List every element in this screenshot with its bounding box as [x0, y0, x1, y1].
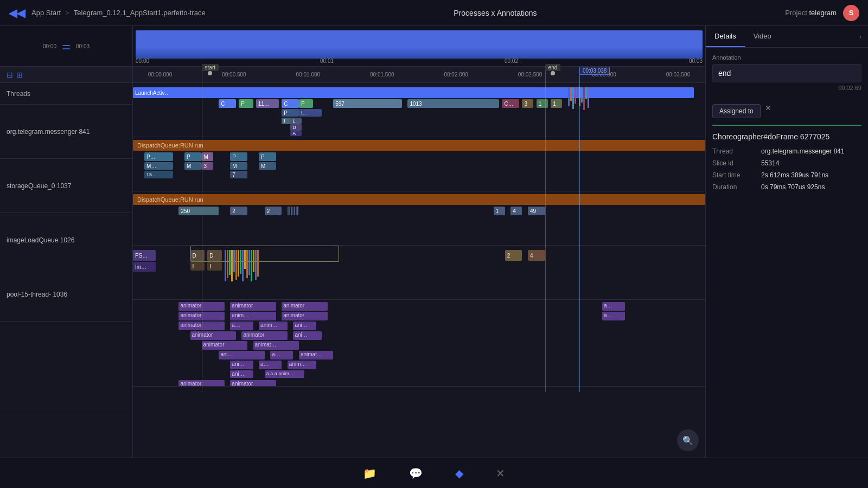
sub-bar-P2[interactable]: P [299, 99, 313, 108]
search-button[interactable]: 🔍 [677, 429, 699, 451]
bottom-layers-icon[interactable]: ◆ [455, 467, 463, 480]
sub-bar-C2[interactable]: C [282, 99, 299, 108]
assigned-to-button[interactable]: Assigned to [712, 104, 761, 118]
tab-video[interactable]: Video [745, 26, 780, 47]
mini-bar-4 [575, 87, 576, 104]
sub-P3[interactable]: P [282, 109, 299, 117]
thread-label-2[interactable]: imageLoadQueue 1026 [0, 213, 132, 267]
anim-5[interactable]: anim… [230, 312, 276, 320]
anim-25[interactable]: animator [230, 380, 276, 387]
bar-C3[interactable]: C… [502, 99, 519, 108]
anim-13[interactable]: ani… [293, 331, 322, 340]
sub-A[interactable]: A [290, 131, 302, 136]
pool-I2[interactable]: I [207, 262, 221, 271]
anim-14[interactable]: animator [202, 341, 247, 350]
img-tick-1 [288, 207, 289, 215]
pool-bar-15 [255, 250, 257, 280]
storage-M5[interactable]: M [259, 162, 276, 170]
pool-PS[interactable]: PS… [133, 250, 156, 261]
detail-row-thread: Thread org.telegram.messenger 841 [712, 147, 861, 155]
anim-r2[interactable]: a… [602, 312, 625, 320]
anim-20[interactable]: a… [259, 361, 282, 369]
end-label: end [545, 64, 561, 71]
breadcrumb-home[interactable]: App Start [31, 9, 61, 17]
pool-D2[interactable]: D [207, 250, 221, 261]
tab-details[interactable]: Details [706, 26, 745, 47]
thread-label-1[interactable]: storageQueue_0 1037 [0, 159, 132, 213]
storage-M2[interactable]: M [184, 162, 202, 170]
bar-1b[interactable]: 1 [551, 99, 562, 108]
anim-8[interactable]: a… [230, 322, 253, 330]
timeline-overview[interactable]: // Generate waveform bars inline via JS … [133, 26, 705, 67]
thread-label-3[interactable]: pool-15-thread- 1036 [0, 267, 132, 322]
thread-label-0[interactable]: org.telegram.messenger 841 [0, 105, 132, 159]
anim-2[interactable]: animator [230, 302, 276, 311]
storage-P3[interactable]: P [230, 152, 247, 161]
storage-P4[interactable]: P [259, 152, 276, 161]
pool-I1[interactable]: I [190, 262, 205, 271]
anim-r1[interactable]: a… [602, 302, 625, 311]
bar-1a[interactable]: 1 [537, 99, 548, 108]
annotation-input[interactable]: end [712, 64, 861, 82]
bottom-folder-icon[interactable]: 📁 [363, 467, 376, 480]
pool-4r[interactable]: 4 [528, 250, 545, 261]
img-4[interactable]: 4 [510, 207, 522, 215]
anim-16[interactable]: ani… [219, 351, 264, 359]
sub-L[interactable]: L [290, 118, 302, 124]
storage-15[interactable]: 15… [144, 171, 173, 178]
sub-bar-P1[interactable]: P [239, 99, 253, 108]
pool-2r[interactable]: 2 [505, 250, 522, 261]
bar-3[interactable]: 3 [522, 99, 533, 108]
anim-3[interactable]: animator [282, 302, 327, 311]
anim-10[interactable]: ani… [293, 322, 316, 330]
tracks-area[interactable]: LaunchActiv… C P 11… C P 597 1013 C… 3 1… [133, 83, 705, 458]
sub-bar-C1[interactable]: C [219, 99, 236, 108]
anim-9[interactable]: anim… [259, 322, 288, 330]
anim-23[interactable]: a a a anim… [265, 370, 305, 378]
logo-icon: ◀◀ [9, 7, 25, 20]
pool-D1[interactable]: D [190, 250, 205, 261]
storage-7[interactable]: 7 [230, 171, 247, 178]
storage-M4[interactable]: M [230, 162, 247, 170]
bottom-chat-icon[interactable]: 💬 [409, 467, 423, 480]
img-2b[interactable]: 2 [265, 207, 282, 215]
anim-22[interactable]: ani… [230, 370, 253, 378]
close-assigned-button[interactable]: ✕ [765, 104, 771, 112]
storage-P2[interactable]: P [184, 152, 202, 161]
img-250[interactable]: 250 [178, 207, 219, 215]
anim-17[interactable]: a… [270, 351, 293, 359]
bottom-close-icon[interactable]: ✕ [496, 467, 505, 480]
bar-1013[interactable]: 1013 [407, 99, 499, 108]
storage-3[interactable]: 3 [202, 162, 213, 170]
pool-bar-14 [253, 250, 254, 272]
anim-11[interactable]: animator [190, 331, 236, 340]
left-panel: 00:00 ⚌ 00:03 // Generate waveform bars … [0, 26, 705, 458]
storage-P1[interactable]: P… [144, 152, 173, 161]
dispatch-bar-1[interactable]: DispatchQueue:RUN run [133, 140, 705, 151]
anim-18[interactable]: animat… [299, 351, 333, 359]
img-2a[interactable]: 2 [230, 207, 247, 215]
track-row-0: LaunchActiv… C P 11… C P 597 1013 C… 3 1… [133, 83, 705, 137]
dispatch-bar-2[interactable]: DispatchQueue:RUN run [133, 194, 705, 205]
sub-D[interactable]: D [290, 124, 302, 131]
anim-12[interactable]: animator [241, 331, 287, 340]
anim-19[interactable]: ani… [230, 361, 253, 369]
storage-M3[interactable]: M [202, 152, 213, 161]
anim-21[interactable]: anim… [288, 361, 316, 369]
anim-6[interactable]: animator [282, 312, 327, 320]
ruler-tick-4: 00:02.000 [432, 72, 481, 78]
img-49[interactable]: 49 [528, 207, 545, 215]
breadcrumb-file[interactable]: Telegram_0.12.1_AppStart1.perfetto-trace [74, 9, 206, 17]
bar-597[interactable]: 597 [333, 99, 402, 108]
panel-expand-btn[interactable]: › [853, 33, 868, 41]
img-1[interactable]: 1 [494, 207, 505, 215]
sub-t[interactable]: t… [299, 109, 322, 117]
storage-M1[interactable]: M… [144, 162, 173, 170]
right-panel-content: Annotation end 00:02:69 Assigned to ✕ Ch… [706, 48, 868, 458]
anim-15[interactable]: animat… [253, 341, 299, 350]
pool-bar-13 [251, 250, 252, 281]
avatar[interactable]: S [843, 5, 859, 21]
detail-divider [712, 125, 861, 126]
pool-Im[interactable]: Im… [133, 262, 156, 272]
sub-bar-11[interactable]: 11… [256, 99, 279, 108]
